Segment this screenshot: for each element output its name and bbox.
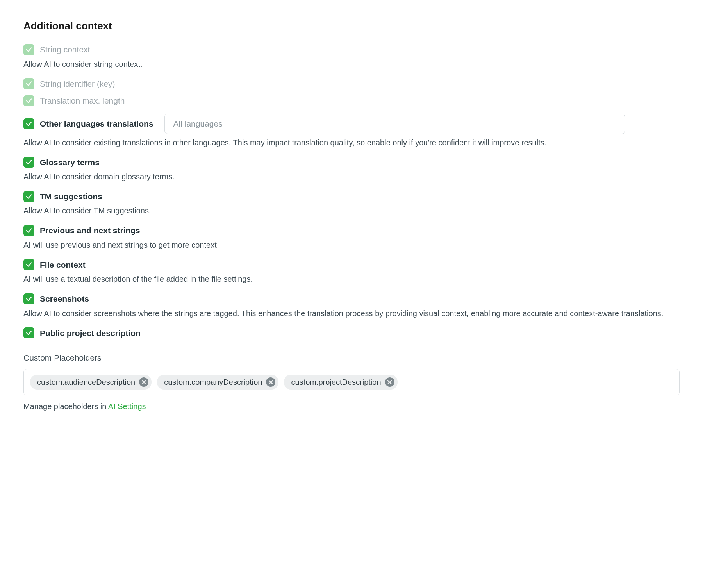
checkbox-string-identifier xyxy=(23,78,34,89)
option-desc: Allow AI to consider domain glossary ter… xyxy=(23,171,680,182)
option-label: Previous and next strings xyxy=(40,225,140,236)
ai-settings-link[interactable]: AI Settings xyxy=(108,402,146,411)
placeholder-tag: custom:audienceDescription xyxy=(30,375,152,390)
check-icon xyxy=(25,80,32,87)
option-public-project: Public project description xyxy=(23,327,680,339)
option-prev-next: Previous and next strings AI will use pr… xyxy=(23,225,680,250)
option-label: Translation max. length xyxy=(40,95,125,106)
option-label: File context xyxy=(40,259,86,270)
option-label: Public project description xyxy=(40,327,141,339)
option-label: Other languages translations xyxy=(40,118,153,129)
placeholders-footer: Manage placeholders in AI Settings xyxy=(23,401,680,412)
checkbox-glossary[interactable] xyxy=(23,157,34,168)
option-tm: TM suggestions Allow AI to consider TM s… xyxy=(23,191,680,216)
tag-label: custom:audienceDescription xyxy=(37,377,135,388)
option-desc: Allow AI to consider TM suggestions. xyxy=(23,205,680,216)
option-label: String context xyxy=(40,44,90,55)
custom-placeholders-input[interactable]: custom:audienceDescription custom:compan… xyxy=(23,369,680,395)
checkbox-file-context[interactable] xyxy=(23,259,34,270)
check-icon xyxy=(25,295,32,302)
option-screenshots: Screenshots Allow AI to consider screens… xyxy=(23,293,680,318)
option-glossary: Glossary terms Allow AI to consider doma… xyxy=(23,157,680,182)
tag-remove-button[interactable] xyxy=(385,377,394,387)
checkbox-public-project[interactable] xyxy=(23,327,34,338)
section-title: Additional context xyxy=(23,19,680,33)
option-other-languages: Other languages translations All languag… xyxy=(23,114,680,148)
option-string-identifier: String identifier (key) xyxy=(23,78,680,89)
option-desc: AI will use previous and next strings to… xyxy=(23,239,680,250)
check-icon xyxy=(25,193,32,200)
custom-placeholders-title: Custom Placeholders xyxy=(23,352,680,363)
checkbox-other-languages[interactable] xyxy=(23,118,34,129)
tag-label: custom:projectDescription xyxy=(291,377,381,388)
option-string-context: String context Allow AI to consider stri… xyxy=(23,44,680,69)
check-icon xyxy=(25,261,32,268)
option-label: Glossary terms xyxy=(40,157,100,168)
language-select[interactable]: All languages xyxy=(164,114,625,134)
checkbox-screenshots[interactable] xyxy=(23,293,34,304)
option-desc: Allow AI to consider screenshots where t… xyxy=(23,308,680,319)
check-icon xyxy=(25,329,32,336)
check-icon xyxy=(25,120,32,127)
language-select-placeholder: All languages xyxy=(173,118,223,129)
checkbox-tm[interactable] xyxy=(23,191,34,202)
option-label: Screenshots xyxy=(40,293,89,304)
footer-prefix: Manage placeholders in xyxy=(23,402,108,411)
checkbox-prev-next[interactable] xyxy=(23,225,34,236)
close-icon xyxy=(269,380,273,384)
tag-remove-button[interactable] xyxy=(139,377,148,387)
check-icon xyxy=(25,227,32,234)
option-desc: Allow AI to consider existing translatio… xyxy=(23,137,680,148)
close-icon xyxy=(387,380,392,384)
option-file-context: File context AI will use a textual descr… xyxy=(23,259,680,284)
option-label: String identifier (key) xyxy=(40,78,115,89)
close-icon xyxy=(142,380,146,384)
checkbox-string-context xyxy=(23,44,34,55)
option-translation-max-length: Translation max. length xyxy=(23,95,680,106)
option-label: TM suggestions xyxy=(40,191,102,202)
checkbox-translation-max-length xyxy=(23,95,34,106)
option-desc: AI will use a textual description of the… xyxy=(23,273,680,284)
check-icon xyxy=(25,97,32,104)
option-desc: Allow AI to consider string context. xyxy=(23,59,680,70)
placeholder-tag: custom:projectDescription xyxy=(284,375,397,390)
check-icon xyxy=(25,159,32,166)
tag-remove-button[interactable] xyxy=(266,377,275,387)
placeholder-tag: custom:companyDescription xyxy=(157,375,278,390)
check-icon xyxy=(25,46,32,53)
tag-label: custom:companyDescription xyxy=(164,377,262,388)
